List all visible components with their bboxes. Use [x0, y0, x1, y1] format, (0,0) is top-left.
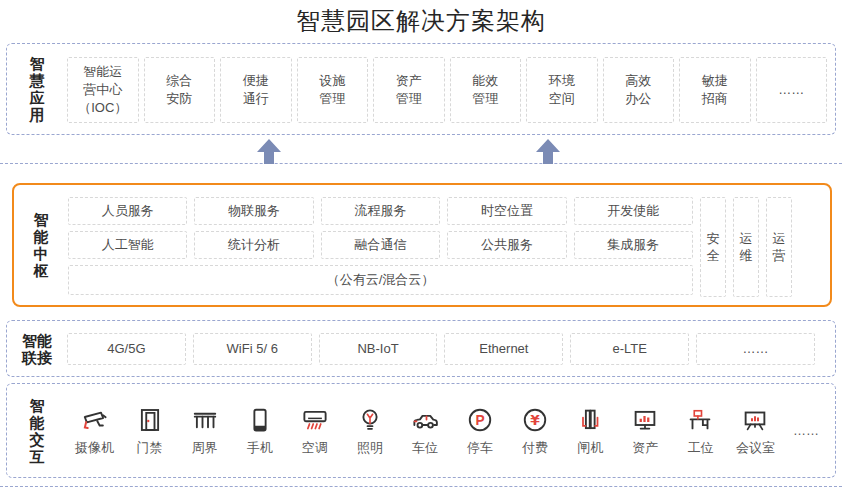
page-title: 智慧园区解决方案架构	[0, 5, 842, 37]
layer-smart-applications: 智 慧 应 用 智能运 营中心 （IOC） 综合 安防 便捷 通行 设施 管理 …	[6, 43, 836, 135]
connectivity-box-row: 4G/5G WiFi 5/ 6 NB-IoT Ethernet e-LTE ……	[67, 321, 835, 376]
up-arrow-icon	[536, 139, 560, 164]
service-box-ai: 人工智能	[68, 231, 187, 259]
device-meeting-room: 会议室	[728, 405, 783, 457]
layer-smart-interaction: 智 能 交 互 摄像机 门禁	[6, 383, 836, 478]
app-box-security: 综合 安防	[144, 57, 216, 123]
service-box-personnel: 人员服务	[68, 197, 187, 225]
device-parking-space: 车位	[397, 405, 452, 457]
device-label: 周界	[192, 439, 218, 457]
app-box-leasing: 敏捷 招商	[679, 57, 751, 123]
layer-label-smart-interaction: 智 能 交 互	[7, 384, 67, 477]
hub-service-row-2: 人工智能 统计分析 融合通信 公共服务 集成服务	[68, 231, 693, 259]
devices-more-ellipsis: ……	[783, 423, 829, 438]
pillar-ops-maintenance: 运 维	[733, 197, 759, 297]
gate-machine-icon	[575, 405, 605, 435]
device-gate: 闸机	[563, 405, 618, 457]
layer-smart-hub: 智 能 中 枢 人员服务 物联服务 流程服务 时空位置 开发使能 人工智能 统计…	[12, 183, 832, 307]
door-access-icon	[135, 405, 165, 435]
cctv-camera-icon	[80, 405, 110, 435]
layer-label-smart-applications: 智 慧 应 用	[7, 44, 67, 134]
mobile-phone-icon	[245, 405, 275, 435]
svg-text:¥: ¥	[530, 411, 540, 427]
device-door-access: 门禁	[122, 405, 177, 457]
parking-icon: P	[465, 405, 495, 435]
layer-smart-connectivity: 智能 联接 4G/5G WiFi 5/ 6 NB-IoT Ethernet e-…	[6, 320, 836, 377]
up-arrow-icon	[257, 139, 281, 164]
app-box-ioc: 智能运 营中心 （IOC）	[67, 57, 139, 123]
device-label: 闸机	[577, 439, 603, 457]
layer-label-smart-connectivity: 智能 联接	[7, 321, 67, 376]
asset-monitor-icon	[630, 405, 660, 435]
svg-text:P: P	[475, 412, 484, 427]
hub-services: 人员服务 物联服务 流程服务 时空位置 开发使能 人工智能 统计分析 融合通信 …	[68, 185, 693, 305]
device-air-conditioner: 空调	[287, 405, 342, 457]
service-box-enablement: 开发使能	[574, 197, 693, 225]
light-bulb-icon	[355, 405, 385, 435]
connect-box-wifi: WiFi 5/ 6	[193, 333, 312, 365]
device-label: 资产	[632, 439, 658, 457]
app-box-environment: 环境 空间	[526, 57, 598, 123]
device-label: 照明	[357, 439, 383, 457]
app-box-access: 便捷 通行	[220, 57, 292, 123]
app-box-asset: 资产 管理	[373, 57, 445, 123]
app-box-facility: 设施 管理	[297, 57, 369, 123]
layer-label-smart-hub: 智 能 中 枢	[14, 185, 68, 305]
pillar-security: 安 全	[700, 197, 726, 297]
meeting-room-board-icon	[740, 405, 770, 435]
device-label: 空调	[302, 439, 328, 457]
device-row: 摄像机 门禁 周界	[67, 384, 835, 477]
air-conditioner-icon	[300, 405, 330, 435]
dashed-separator-bottom	[0, 486, 842, 487]
payment-yuan-icon: ¥	[520, 405, 550, 435]
dashed-separator-top	[0, 163, 842, 164]
service-box-integration: 集成服务	[574, 231, 693, 259]
device-asset: 资产	[618, 405, 673, 457]
connect-box-elte: e-LTE	[570, 333, 689, 365]
workstation-desk-icon	[685, 405, 715, 435]
app-box-energy: 能效 管理	[450, 57, 522, 123]
perimeter-fence-icon	[190, 405, 220, 435]
connect-box-nbiot: NB-IoT	[319, 333, 438, 365]
device-label: 会议室	[736, 439, 775, 457]
car-icon	[410, 405, 440, 435]
device-label: 工位	[687, 439, 713, 457]
device-label: 手机	[247, 439, 273, 457]
app-box-office: 高效 办公	[603, 57, 675, 123]
cloud-box: （公有云/混合云）	[68, 265, 693, 295]
hub-pillars: 安 全 运 维 运 营	[700, 185, 792, 305]
service-box-statistics: 统计分析	[194, 231, 313, 259]
service-box-process: 流程服务	[321, 197, 440, 225]
device-camera: 摄像机	[67, 405, 122, 457]
service-box-iot: 物联服务	[194, 197, 313, 225]
device-phone: 手机	[232, 405, 287, 457]
connect-box-more: ……	[696, 333, 815, 365]
connect-box-4g5g: 4G/5G	[67, 333, 186, 365]
device-label: 付费	[522, 439, 548, 457]
device-label: 车位	[412, 439, 438, 457]
connect-box-ethernet: Ethernet	[444, 333, 563, 365]
device-label: 摄像机	[75, 439, 114, 457]
hub-service-row-1: 人员服务 物联服务 流程服务 时空位置 开发使能	[68, 197, 693, 225]
app-box-more: ……	[756, 57, 828, 123]
device-label: 停车	[467, 439, 493, 457]
device-payment: ¥ 付费	[508, 405, 563, 457]
device-workstation: 工位	[673, 405, 728, 457]
pillar-operation: 运 营	[766, 197, 792, 297]
service-box-spacetime: 时空位置	[447, 197, 566, 225]
service-box-public: 公共服务	[447, 231, 566, 259]
service-box-communication: 融合通信	[321, 231, 440, 259]
device-perimeter: 周界	[177, 405, 232, 457]
device-lighting: 照明	[342, 405, 397, 457]
apps-box-row: 智能运 营中心 （IOC） 综合 安防 便捷 通行 设施 管理 资产 管理 能效…	[67, 44, 835, 134]
device-parking: P 停车	[453, 405, 508, 457]
device-label: 门禁	[137, 439, 163, 457]
